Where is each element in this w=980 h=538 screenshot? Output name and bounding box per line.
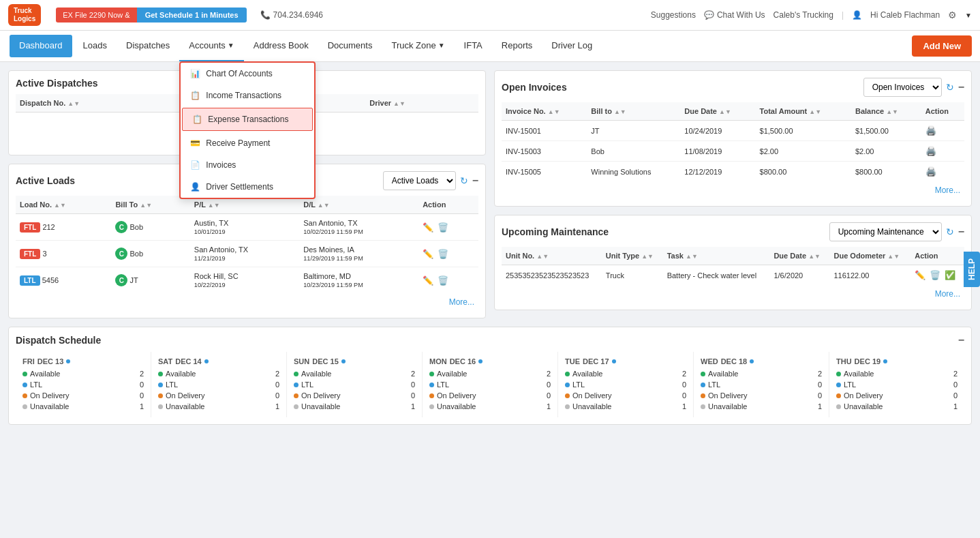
maintenance-more-link[interactable]: More... [935, 289, 960, 299]
invoice-no-cell: INV-15001 [502, 121, 587, 141]
logo[interactable]: Truck Logics [8, 4, 41, 26]
day-name: MON [429, 357, 447, 365]
inv-col-balance[interactable]: Balance ▲▼ [851, 102, 921, 121]
day-date: DEC 16 [450, 357, 476, 365]
nav-ifta[interactable]: IFTA [455, 31, 492, 61]
nav-accounts[interactable]: Accounts ▼ [179, 31, 243, 61]
maint-col-task[interactable]: Task ▲▼ [663, 247, 770, 265]
loads-more-link[interactable]: More... [449, 297, 474, 307]
chat-section[interactable]: 💬 Chat With Us [704, 10, 765, 20]
open-invoices-header: Open Invoices Open Invoices All Invoices… [502, 78, 964, 97]
schedule-minimize-icon[interactable]: − [958, 334, 964, 346]
settings-icon[interactable]: ⚙ [948, 10, 957, 20]
inv-col-action: Action [921, 102, 964, 121]
invoice-balance-cell: $1,500.00 [851, 121, 921, 141]
help-tab[interactable]: HELP [964, 251, 980, 286]
add-new-button[interactable]: Add New [912, 35, 972, 57]
inv-col-billto[interactable]: Bill to ▲▼ [587, 102, 680, 121]
user-icon: 👤 [852, 10, 862, 20]
loads-minimize-icon[interactable]: − [472, 175, 478, 187]
nav-documents[interactable]: Documents [318, 31, 382, 61]
invoices-filter-select[interactable]: Open Invoices All Invoices Paid Invoices [863, 78, 942, 97]
schedule-row: On Delivery 0 [836, 390, 958, 401]
user-name[interactable]: Hi Caleb Flachman [870, 10, 940, 20]
schedule-count: 2 [275, 370, 279, 378]
schedule-status: Unavailable [836, 402, 883, 410]
driver-label: Driver Settlements [206, 182, 273, 192]
chart-icon: 📊 [190, 69, 200, 78]
dropdown-receive-payment[interactable]: 💳 Receive Payment [181, 132, 314, 154]
maint-col-due-odo[interactable]: Due Odometer ▲▼ [829, 247, 910, 265]
invoice-action-cell: 🖨️ [921, 121, 964, 141]
status-dot [701, 372, 705, 376]
nav-truck-zone[interactable]: Truck Zone ▼ [382, 31, 454, 61]
invoice-billto-cell: JT [587, 121, 680, 141]
maintenance-minimize-icon[interactable]: − [958, 226, 964, 238]
delete-icon[interactable]: 🗑️ [438, 249, 448, 259]
status-dot [429, 393, 434, 398]
maint-col-unit-no[interactable]: Unit No. ▲▼ [502, 247, 602, 265]
schedule-count: 1 [682, 402, 686, 410]
day-date: DEC 19 [855, 357, 881, 365]
schedule-day: SAT DEC 14 Available 2 LTL 0 On Delivery… [151, 352, 287, 417]
status-dot [429, 372, 434, 376]
inv-col-total[interactable]: Total Amount ▲▼ [756, 102, 851, 121]
content-area: Active Dispatches Dispatch No. ▲▼ P/L ▲▼… [0, 62, 980, 327]
inv-col-no[interactable]: Invoice No. ▲▼ [502, 102, 587, 121]
dropdown-driver-settlements[interactable]: 👤 Driver Settlements [181, 176, 314, 198]
status-dot [565, 372, 570, 376]
dropdown-chart-of-accounts[interactable]: 📊 Chart Of Accounts [181, 63, 314, 85]
company-name[interactable]: Caleb's Trucking [774, 10, 833, 20]
maint-col-due-date[interactable]: Due Date ▲▼ [769, 247, 829, 265]
schedule-count: 2 [411, 370, 415, 378]
nav-driver-log[interactable]: Driver Log [542, 31, 602, 61]
day-dot-indicator [883, 359, 887, 363]
loads-filter-select[interactable]: Active Loads All Loads Completed [383, 171, 456, 190]
promo-blue[interactable]: Get Schedule 1 in Minutes [137, 8, 247, 23]
open-invoices-card: Open Invoices Open Invoices All Invoices… [494, 70, 972, 207]
nav-dispatches[interactable]: Dispatches [117, 31, 179, 61]
schedule-status: Unavailable [158, 402, 204, 410]
col-driver[interactable]: Driver ▲▼ [365, 94, 478, 113]
schedule-title: Dispatch Schedule [16, 335, 101, 346]
maint-edit-icon[interactable]: ✏️ [915, 270, 925, 280]
nav-dashboard[interactable]: Dashboard [10, 35, 72, 57]
maintenance-toolbar: Upcoming Maintenance All Maintenance Com… [829, 222, 964, 241]
schedule-count: 0 [682, 380, 686, 389]
maint-col-unit-type[interactable]: Unit Type ▲▼ [602, 247, 663, 265]
schedule-count: 0 [818, 380, 822, 389]
maint-complete-icon[interactable]: ✅ [945, 270, 955, 280]
edit-icon[interactable]: ✏️ [423, 249, 433, 259]
maint-delete-icon[interactable]: 🗑️ [930, 270, 940, 280]
inv-col-duedate[interactable]: Due Date ▲▼ [680, 102, 755, 121]
invoices-more-link[interactable]: More... [935, 185, 960, 195]
invoices-minimize-icon[interactable]: − [958, 81, 964, 93]
invoice-action-icon[interactable]: 🖨️ [925, 146, 936, 156]
edit-icon[interactable]: ✏️ [423, 275, 433, 286]
col-dispatch-no[interactable]: Dispatch No. ▲▼ [16, 94, 191, 113]
maintenance-refresh-icon[interactable]: ↻ [946, 226, 954, 237]
delete-icon[interactable]: 🗑️ [438, 222, 448, 233]
loads-col-billto[interactable]: Bill To ▲▼ [111, 196, 189, 214]
loads-col-no[interactable]: Load No. ▲▼ [16, 196, 111, 214]
schedule-status: LTL [701, 380, 720, 389]
promo-banner[interactable]: EX File 2290 Now & Get Schedule 1 in Min… [56, 8, 246, 23]
nav-address-book[interactable]: Address Book [244, 31, 318, 61]
loads-refresh-icon[interactable]: ↻ [460, 175, 468, 186]
invoice-action-icon[interactable]: 🖨️ [925, 166, 936, 177]
dropdown-invoices[interactable]: 📄 Invoices [181, 154, 314, 176]
invoice-action-icon[interactable]: 🖨️ [925, 125, 936, 136]
schedule-day: FRI DEC 13 Available 2 LTL 0 On Delivery… [16, 352, 151, 417]
delete-icon[interactable]: 🗑️ [438, 275, 448, 286]
suggestions-link[interactable]: Suggestions [651, 10, 696, 20]
edit-icon[interactable]: ✏️ [423, 222, 433, 233]
maintenance-filter-select[interactable]: Upcoming Maintenance All Maintenance Com… [829, 222, 942, 241]
loads-col-dl[interactable]: D/L ▲▼ [299, 196, 418, 214]
nav-loads[interactable]: Loads [74, 31, 117, 61]
dropdown-income-transactions[interactable]: 📋 Income Transactions [181, 85, 314, 106]
nav-reports[interactable]: Reports [492, 31, 542, 61]
dropdown-expense-transactions[interactable]: 📋 Expense Transactions [182, 108, 313, 131]
dropdown-arrow-icon[interactable]: ▼ [965, 12, 972, 19]
invoices-refresh-icon[interactable]: ↻ [946, 82, 954, 93]
promo-red[interactable]: EX File 2290 Now & [56, 8, 136, 23]
